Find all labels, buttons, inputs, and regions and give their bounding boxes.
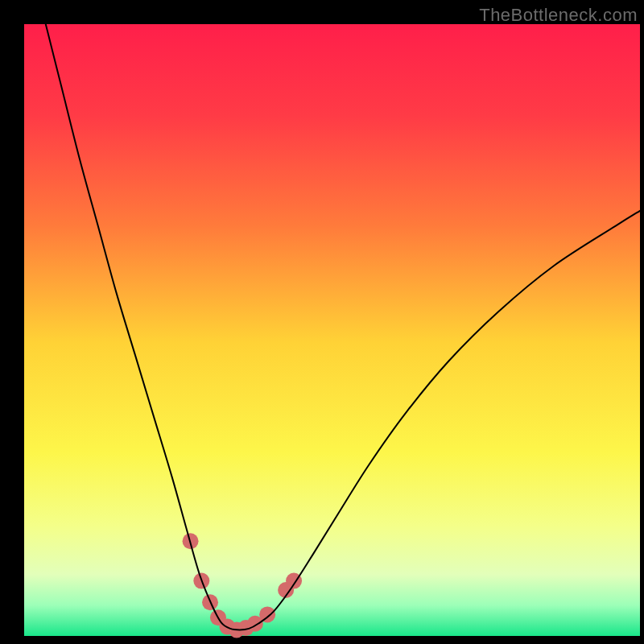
chart-frame: TheBottleneck.com [0,0,644,644]
bottleneck-chart [0,0,644,644]
plot-background [24,24,640,636]
watermark-label: TheBottleneck.com [479,5,638,26]
highlight-dot [259,606,275,622]
